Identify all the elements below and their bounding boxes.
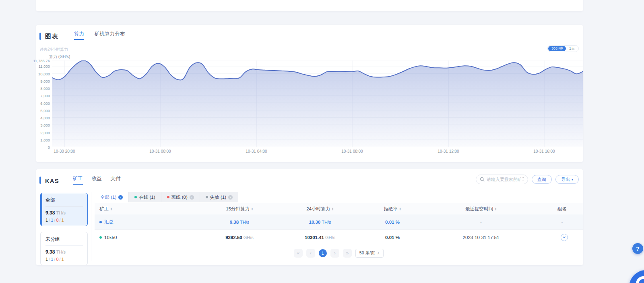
page-size-select[interactable]: 50 条/页 ∧ — [355, 249, 384, 258]
x-tick-label: 10-31 08:00 — [341, 149, 363, 154]
x-tick-label: 10-31 04:00 — [246, 149, 267, 154]
y-tick-label: 2,000 — [40, 130, 50, 135]
group-counts: 1/1/0/1 — [45, 218, 83, 223]
chart-card-header: 图表 算力 矿机算力分布 — [39, 31, 125, 40]
h15-cell: 9.38TH/s — [203, 220, 276, 225]
info-icon[interactable]: i — [190, 195, 194, 200]
kas-tabs: 矿工 收益 支付 — [73, 175, 121, 185]
x-tick-label: 10-31 00:00 — [149, 149, 171, 154]
miner-search-box — [476, 175, 528, 184]
x-tick-label: 10-31 12:00 — [438, 149, 459, 154]
summary-dot — [99, 221, 102, 223]
search-icon — [480, 177, 485, 182]
y-axis-title: 算力 (GH/s) — [49, 54, 70, 60]
chevron-down-icon: ▾ — [572, 178, 573, 181]
kas-section-title: KAS — [45, 177, 59, 185]
hashrate-plot[interactable]: 11,786.7611,00010,0009,0008,0007,0006,00… — [52, 60, 583, 147]
tab-hashrate[interactable]: 算力 — [74, 31, 84, 40]
info-icon[interactable]: i — [118, 195, 123, 200]
miner-cell: 10x50 — [95, 235, 203, 240]
table-row-miner: 10x50 9382.50GH/s 10301.41GH/s 0.01 % 20… — [95, 230, 583, 245]
chevron-down-icon — [562, 235, 566, 239]
col-last-submit[interactable]: 最近提交时间 ▲▼ — [421, 206, 541, 212]
current-page[interactable]: 1 — [319, 249, 327, 257]
col-24h-hashrate[interactable]: 24小时算力 ▲▼ — [276, 206, 364, 212]
reject-cell: 0.01 % — [364, 220, 421, 225]
chart-section-title: 图表 — [45, 33, 59, 40]
sort-icon: ▲▼ — [110, 207, 112, 210]
group-cell: - — [541, 234, 583, 241]
hashrate-area-chart — [52, 60, 583, 147]
query-button[interactable]: 查询 — [532, 175, 552, 184]
question-mark-icon: ? — [636, 246, 640, 252]
filter-tab-online[interactable]: 在线 (1) — [129, 192, 161, 202]
y-tick-label: 5,000 — [40, 108, 50, 112]
table-row-summary: 汇总 9.38TH/s 10.30TH/s 0.01 % - - — [95, 214, 583, 230]
first-page-button[interactable]: « — [294, 249, 303, 258]
tab-earnings[interactable]: 收益 — [92, 175, 102, 185]
x-tick-label: 10-30 20:00 — [54, 149, 75, 154]
online-dot — [99, 236, 102, 239]
y-tick-label: 8,000 — [40, 86, 50, 91]
sort-icon: ▲▼ — [495, 207, 497, 210]
export-button[interactable]: 导出 ▾ — [555, 175, 579, 184]
miner-cell: 汇总 — [95, 219, 203, 225]
y-tick-label: 1,000 — [40, 137, 50, 142]
kas-miners-card: KAS 矿工 收益 支付 查询 导出 ▾ 全部 — [36, 169, 583, 265]
chevron-up-icon: ∧ — [377, 252, 380, 255]
col-15min-hashrate[interactable]: 15分钟算力 ▲▼ — [203, 206, 276, 212]
last-submit-cell: - — [421, 220, 541, 225]
last-submit-cell: 2023-10-31 17:51 — [421, 235, 541, 240]
y-tick-label: 7,000 — [40, 94, 50, 98]
tab-payments[interactable]: 支付 — [111, 175, 121, 185]
expand-row-button[interactable] — [561, 234, 568, 241]
group-card-ungrouped[interactable]: 未分组 9.38 TH/s 1/1/0/1 — [40, 232, 88, 265]
sort-icon: ▲▼ — [251, 207, 253, 210]
group-card-all[interactable]: 全部 9.38 TH/s 1/1/0/1 — [40, 193, 88, 226]
group-cell: - — [541, 220, 583, 225]
group-hashrate: 9.38 TH/s — [45, 249, 83, 255]
y-tick-label: 6,000 — [40, 101, 50, 105]
section-accent-bar — [39, 33, 41, 40]
h15-cell: 9382.50GH/s — [203, 235, 276, 240]
reject-cell: 0.01 % — [364, 235, 421, 240]
y-tick-label: 0 — [48, 145, 50, 150]
y-tick-label: 9,000 — [40, 79, 50, 83]
help-button[interactable]: ? — [632, 243, 643, 254]
chart-subtitle: 过去24小时算力 — [39, 47, 68, 52]
sort-icon: ▲▼ — [332, 207, 334, 210]
table-header: 矿工 ▲▼ 15分钟算力 ▲▼ 24小时算力 ▲▼ 拒绝率 ▲▼ 最近提交时间 — [95, 203, 583, 214]
filter-tab-all[interactable]: 全部 (1) i — [95, 192, 129, 202]
range-1day-button[interactable]: 1天 — [566, 46, 578, 51]
prev-page-button[interactable]: ‹ — [306, 249, 315, 258]
chart-tabs: 算力 矿机算力分布 — [74, 31, 125, 40]
filter-tab-offline[interactable]: 离线 (0) i — [161, 192, 200, 202]
mining-dashboard-page: 图表 算力 矿机算力分布 过去24小时算力 30分钟 1天 算力 (GH/s) — [0, 0, 644, 283]
range-30min-button[interactable]: 30分钟 — [548, 46, 566, 51]
sort-icon: ▲▼ — [399, 207, 401, 210]
tab-miners[interactable]: 矿工 — [73, 175, 83, 185]
last-page-button[interactable]: » — [343, 249, 352, 258]
customer-service-button[interactable] — [629, 270, 644, 283]
invalid-dot — [206, 196, 208, 198]
panel-divider — [91, 192, 91, 261]
col-reject-rate[interactable]: 拒绝率 ▲▼ — [364, 206, 421, 212]
filter-tab-invalid[interactable]: 失效 (1) i — [200, 192, 238, 202]
y-tick-label: 3,000 — [40, 123, 50, 127]
tab-miner-hashrate-distribution[interactable]: 矿机算力分布 — [95, 31, 125, 40]
next-page-button[interactable]: › — [330, 249, 339, 258]
miner-search-input[interactable] — [487, 177, 524, 182]
hashrate-chart-card: 图表 算力 矿机算力分布 过去24小时算力 30分钟 1天 算力 (GH/s) — [36, 25, 583, 162]
group-name: 未分组 — [45, 236, 83, 246]
y-tick-label: 4,000 — [40, 116, 50, 120]
offline-dot — [167, 196, 169, 198]
info-icon[interactable]: i — [228, 195, 233, 200]
pagination: « ‹ 1 › » 50 条/页 ∧ — [95, 249, 583, 258]
h24-cell: 10.30TH/s — [276, 220, 364, 225]
section-accent-bar — [39, 177, 41, 184]
kas-card-header: KAS 矿工 收益 支付 查询 导出 ▾ — [39, 174, 579, 185]
y-tick-label: 11,786.76 — [33, 58, 50, 63]
col-miner[interactable]: 矿工 ▲▼ — [95, 206, 203, 212]
group-counts: 1/1/0/1 — [45, 257, 83, 262]
miners-table-area: 全部 (1) i 在线 (1) 离线 (0) i 失效 (1) i — [95, 192, 583, 263]
